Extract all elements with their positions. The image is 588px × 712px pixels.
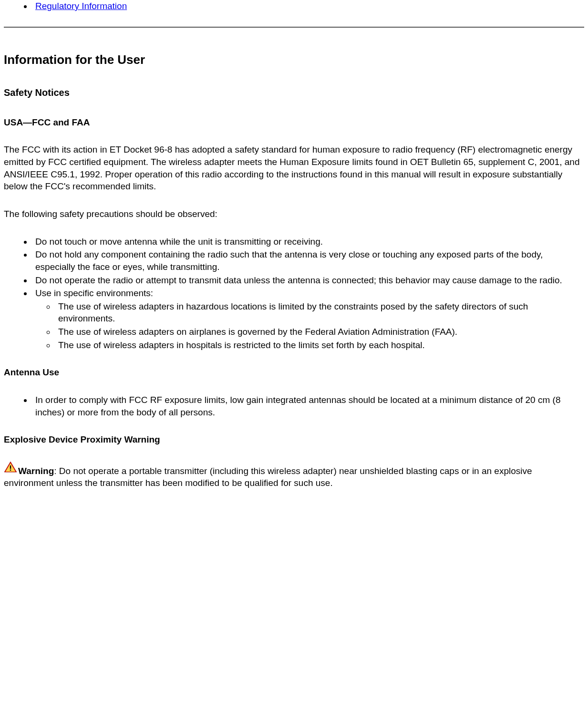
antenna-use-heading: Antenna Use	[4, 366, 584, 379]
svg-rect-2	[10, 465, 11, 469]
top-link-list: Regulatory Information	[4, 0, 584, 12]
information-for-user-heading: Information for the User	[4, 52, 584, 68]
list-item: The use of wireless adapters in hazardou…	[55, 300, 584, 325]
top-link-item: Regulatory Information	[32, 0, 584, 12]
list-item: Use in specific environments: The use of…	[32, 287, 584, 351]
warning-label: Warning	[18, 466, 54, 476]
list-item: Do not hold any component containing the…	[32, 248, 584, 273]
list-item: In order to comply with FCC RF exposure …	[32, 394, 584, 418]
regulatory-information-link[interactable]: Regulatory Information	[35, 1, 127, 11]
fcc-paragraph: The FCC with its action in ET Docket 96-…	[4, 144, 584, 193]
list-item: Do not touch or move antenna while the u…	[32, 236, 584, 248]
list-item: The use of wireless adapters on airplane…	[55, 326, 584, 338]
antenna-list: In order to comply with FCC RF exposure …	[4, 394, 584, 418]
list-item-label: Use in specific environments:	[35, 288, 153, 298]
usa-fcc-faa-heading: USA—FCC and FAA	[4, 116, 584, 129]
environments-sublist: The use of wireless adapters in hazardou…	[35, 300, 584, 351]
list-item: Do not operate the radio or attempt to t…	[32, 274, 584, 287]
safety-notices-heading: Safety Notices	[4, 86, 584, 99]
explosive-warning-heading: Explosive Device Proximity Warning	[4, 433, 584, 446]
svg-rect-3	[10, 469, 11, 470]
warning-paragraph: Warning: Do not operate a portable trans…	[4, 461, 584, 489]
precautions-intro: The following safety precautions should …	[4, 208, 584, 220]
precautions-list: Do not touch or move antenna while the u…	[4, 236, 584, 351]
list-item: The use of wireless adapters in hospital…	[55, 339, 584, 351]
warning-text: : Do not operate a portable transmitter …	[4, 466, 532, 488]
warning-triangle-icon	[4, 461, 17, 476]
divider	[4, 27, 584, 28]
